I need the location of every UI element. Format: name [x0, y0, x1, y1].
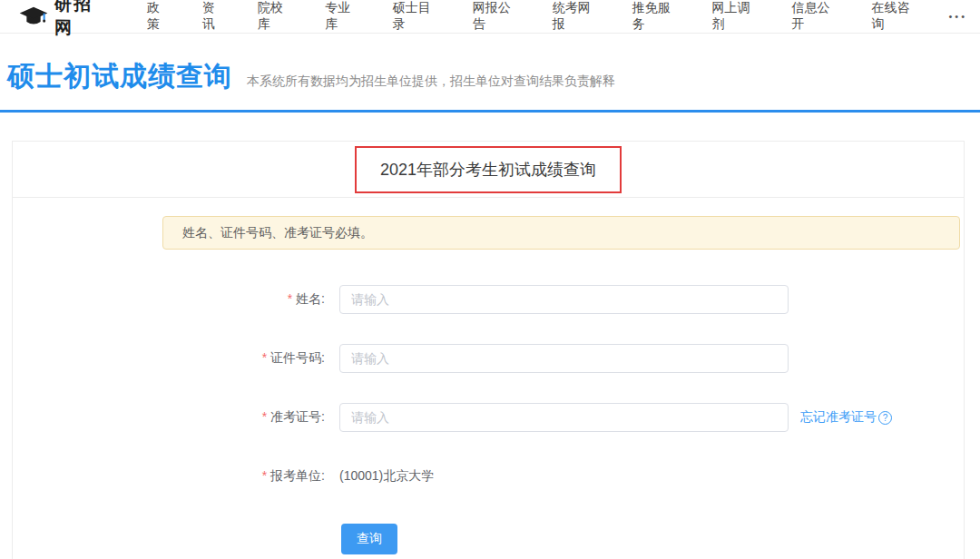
site-logo-text: 研招网 — [54, 0, 110, 40]
alert-text: 姓名、证件号码、准考证号必填。 — [182, 225, 373, 241]
required-asterisk: * — [288, 291, 292, 306]
institution-value: (10001)北京大学 — [339, 468, 434, 485]
top-navigation-bar: 研招网 政策 资讯 院校库 专业库 硕士目录 网报公告 统考网报 推免服务 网上… — [0, 0, 980, 34]
site-logo[interactable]: 研招网 — [18, 0, 110, 40]
nav-item-college-library[interactable]: 院校库 — [242, 0, 309, 33]
ticket-number-label: *准考证号: — [13, 409, 325, 426]
required-asterisk: * — [262, 468, 267, 483]
name-input[interactable] — [339, 285, 789, 314]
nav-item-news[interactable]: 资讯 — [187, 0, 242, 33]
form-row-ticket-number: *准考证号: 忘记准考证号 ? — [13, 403, 964, 432]
nav-item-info-disclosure[interactable]: 信息公开 — [777, 0, 857, 33]
institution-label: *报考单位: — [13, 468, 325, 485]
nav-item-unified-exam-report[interactable]: 统考网报 — [537, 0, 617, 33]
nav-item-exempt-service[interactable]: 推免服务 — [617, 0, 697, 33]
id-number-label: *证件号码: — [13, 350, 325, 367]
nav-item-online-report-notice[interactable]: 网报公告 — [457, 0, 537, 33]
ticket-number-input[interactable] — [339, 403, 789, 432]
page-subtitle: 本系统所有数据均为招生单位提供，招生单位对查询结果负责解释 — [247, 74, 615, 90]
required-asterisk: * — [262, 409, 267, 424]
nav-item-online-adjustment[interactable]: 网上调剂 — [697, 0, 777, 33]
page-header: 硕士初试成绩查询 本系统所有数据均为招生单位提供，招生单位对查询结果负责解释 — [0, 34, 980, 95]
nav-item-master-catalog[interactable]: 硕士目录 — [377, 0, 457, 33]
question-mark-icon: ? — [878, 411, 892, 425]
form-row-id-number: *证件号码: — [13, 344, 964, 373]
nav-item-online-consult[interactable]: 在线咨询 — [857, 0, 936, 33]
required-asterisk: * — [262, 350, 267, 365]
submit-row: 查询 — [13, 524, 964, 554]
nav-item-major-library[interactable]: 专业库 — [309, 0, 377, 33]
nav-more-ellipsis[interactable]: ••• — [936, 11, 980, 22]
annotation-red-box: 2021年部分考生初试成绩查询 — [355, 146, 622, 193]
page-title: 硕士初试成绩查询 — [7, 58, 232, 95]
forgot-ticket-link[interactable]: 忘记准考证号 ? — [800, 409, 892, 426]
form-row-institution: *报考单位: (10001)北京大学 — [13, 462, 964, 491]
query-button[interactable]: 查询 — [341, 524, 397, 554]
graduation-cap-icon — [18, 5, 49, 27]
card-header: 2021年部分考生初试成绩查询 — [13, 142, 964, 198]
nav-menu: 政策 资讯 院校库 专业库 硕士目录 网报公告 统考网报 推免服务 网上调剂 信… — [132, 0, 980, 33]
blue-divider-line — [0, 110, 980, 113]
name-label: *姓名: — [13, 291, 325, 308]
form-row-name: *姓名: — [13, 285, 964, 314]
score-query-card: 2021年部分考生初试成绩查询 姓名、证件号码、准考证号必填。 *姓名: *证件… — [12, 141, 965, 559]
card-title: 2021年部分考生初试成绩查询 — [380, 161, 596, 179]
nav-item-policy[interactable]: 政策 — [132, 0, 187, 33]
required-fields-alert: 姓名、证件号码、准考证号必填。 — [162, 216, 960, 250]
id-number-input[interactable] — [339, 344, 789, 373]
